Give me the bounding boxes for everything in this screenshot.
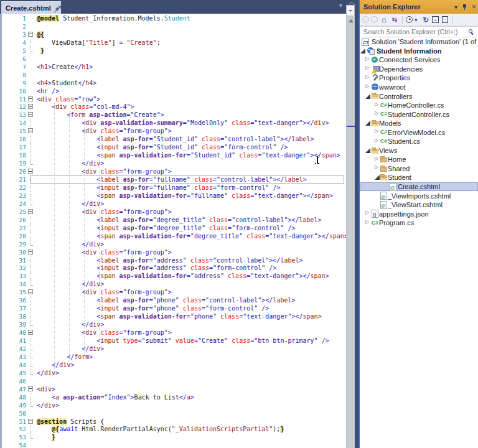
back-icon[interactable]	[362, 16, 369, 23]
code-line[interactable]: 1@model Student_Information.Models.Stude…	[0, 14, 346, 22]
search-icon[interactable]	[469, 29, 474, 35]
close-icon[interactable]	[472, 2, 477, 11]
code-line[interactable]: 12 <div class="col-md-4">	[0, 103, 346, 111]
code-line[interactable]: 54	[0, 441, 346, 448]
tree-row-student-cs[interactable]: Student.cs	[360, 137, 478, 146]
fold-collapse-icon[interactable]	[26, 208, 37, 216]
editor-scrollbar[interactable]	[346, 5, 355, 448]
fold-collapse-icon[interactable]	[26, 385, 37, 393]
tab-list-dropdown-icon[interactable]	[339, 2, 342, 9]
expander-open-icon[interactable]	[375, 175, 380, 180]
expander-closed-icon[interactable]	[365, 75, 371, 81]
collapse-all-icon[interactable]	[432, 16, 439, 23]
tree-row-errorviewmodel-cs[interactable]: ErrorViewModel.cs	[360, 128, 478, 137]
show-all-files-icon[interactable]	[442, 16, 448, 23]
expander-closed-icon[interactable]	[375, 111, 380, 117]
code-line[interactable]: 26 <label asp-for="degree_title" class="…	[0, 216, 346, 224]
fold-collapse-icon[interactable]	[26, 167, 37, 175]
expander-closed-icon[interactable]	[365, 57, 371, 63]
code-line[interactable]: 18 <span asp-validation-for="Student_id"…	[0, 151, 346, 159]
code-line[interactable]: 37 <input asp-for="phone" class="form-co…	[0, 304, 346, 312]
code-line[interactable]: 28 <span asp-validation-for="degree_titl…	[0, 232, 346, 240]
code-line[interactable]: 47<div>	[0, 385, 346, 393]
sync-with-active-document-icon[interactable]	[390, 16, 399, 24]
tree-row-solution-student-information-1-of-1-project[interactable]: Solution 'Student Information' (1 of 1 p…	[360, 37, 478, 47]
code-line[interactable]: 9<h4>Student</h4>	[0, 79, 346, 87]
code-line[interactable]: 53 }	[0, 433, 346, 441]
expander-closed-icon[interactable]	[375, 139, 380, 144]
code-line[interactable]: 10<hr />	[0, 87, 346, 95]
pending-changes-filter-icon[interactable]	[406, 16, 413, 23]
tree-row-properties[interactable]: Properties	[360, 73, 478, 83]
tree-row-create-cshtml[interactable]: Create.cshtml	[360, 182, 478, 192]
code-line[interactable]: 20 <div class="form-group">	[0, 167, 346, 175]
expander-closed-icon[interactable]	[375, 166, 380, 171]
pin-icon[interactable]	[462, 4, 467, 11]
code-line[interactable]: 4 ViewData["Title"] = "Create";	[0, 39, 346, 47]
tree-row-views[interactable]: Views	[360, 146, 478, 156]
code-line[interactable]: 17 <input asp-for="Student_id" class="fo…	[0, 143, 346, 151]
code-line[interactable]: 39 </div>	[0, 320, 346, 329]
expander-closed-icon[interactable]	[365, 85, 371, 90]
code-line[interactable]: 8	[0, 71, 346, 79]
code-line[interactable]: 2	[0, 22, 346, 30]
expander-closed-icon[interactable]	[365, 211, 371, 217]
code-line[interactable]: 7<h1>Create</h1>	[0, 63, 346, 71]
tree-row-studentcontroller-cs[interactable]: StudentController.cs	[360, 110, 478, 119]
fold-collapse-icon[interactable]	[26, 418, 37, 426]
code-line[interactable]: 14 <div asp-validation-summary="ModelOnl…	[0, 119, 346, 127]
fold-collapse-icon[interactable]	[26, 103, 37, 111]
code-line[interactable]: 49</div>	[0, 401, 346, 409]
home-icon[interactable]	[380, 16, 388, 24]
tree-row-dependencies[interactable]: Dependencies	[360, 65, 478, 74]
tree-row-homecontroller-cs[interactable]: HomeController.cs	[360, 101, 478, 110]
code-line[interactable]: 3@{	[0, 30, 346, 39]
code-line[interactable]: 11<div class="row">	[0, 95, 346, 103]
window-position-dropdown-icon[interactable]	[454, 4, 457, 11]
tree-row-home[interactable]: Home	[360, 155, 478, 164]
fold-collapse-icon[interactable]	[26, 329, 37, 337]
forward-icon[interactable]	[371, 16, 378, 23]
close-icon[interactable]	[57, 4, 59, 12]
code-line[interactable]: 24 </div>	[0, 200, 346, 208]
tree-row-viewstart-cshtml[interactable]: _ViewStart.cshtml	[360, 200, 478, 210]
tree-row-viewimports-cshtml[interactable]: _ViewImports.cshtml	[360, 191, 478, 200]
fold-collapse-icon[interactable]	[26, 95, 37, 103]
code-line[interactable]: 15 <div class="form-group">	[0, 127, 346, 135]
solution-explorer-search[interactable]: Search Solution Explorer (Ctrl+;)	[360, 26, 478, 37]
code-line[interactable]: 29 </div>	[0, 240, 346, 248]
code-editor[interactable]: 1@model Student_Information.Models.Stude…	[0, 14, 346, 448]
code-line[interactable]: 22 <input asp-for="fullname" class="form…	[0, 184, 346, 192]
code-line[interactable]: 44 </div>	[0, 361, 346, 369]
tree-row-program-cs[interactable]: Program.cs	[360, 218, 478, 228]
code-line[interactable]: 45</div>	[0, 369, 346, 377]
code-line[interactable]: 23 <span asp-validation-for="fullname" c…	[0, 192, 346, 200]
panel-splitter[interactable]	[355, 0, 360, 448]
expander-closed-icon[interactable]	[375, 129, 380, 135]
refresh-icon[interactable]	[421, 16, 430, 24]
code-line[interactable]: 5 }	[0, 47, 346, 55]
code-line[interactable]: 43 </form>	[0, 353, 346, 361]
expander-closed-icon[interactable]	[375, 103, 380, 108]
fold-collapse-icon[interactable]	[26, 127, 37, 135]
tree-row-controllers[interactable]: Controllers	[360, 91, 478, 101]
code-line[interactable]: 31 <label asp-for="address" class="contr…	[0, 256, 346, 264]
code-line[interactable]: 6	[0, 55, 346, 63]
scroll-up-icon[interactable]	[349, 19, 354, 22]
expander-closed-icon[interactable]	[375, 157, 380, 162]
search-input[interactable]: Search Solution Explorer (Ctrl+;)	[360, 28, 464, 35]
code-line[interactable]: 13 <form asp-action="Create">	[0, 111, 346, 119]
code-line[interactable]: 34 </div>	[0, 280, 346, 288]
tree-row-student-information[interactable]: Student Information	[360, 47, 478, 56]
tree-row-models[interactable]: Models	[360, 119, 478, 128]
code-line[interactable]: 51@section Scripts {	[0, 418, 346, 426]
code-line[interactable]: 33 <span asp-validation-for="address" cl…	[0, 272, 346, 280]
fold-collapse-icon[interactable]	[26, 248, 37, 256]
code-line[interactable]: 35 <div class="form-group">	[0, 288, 346, 296]
code-line[interactable]: 16 <label asp-for="Student_id" class="co…	[0, 135, 346, 143]
tree-row-appsettings-json[interactable]: appsettings.json	[360, 209, 478, 218]
solution-explorer-titlebar[interactable]: Solution Explorer	[360, 0, 478, 14]
dropdown-icon[interactable]	[415, 17, 419, 23]
expander-open-icon[interactable]	[365, 148, 370, 153]
expander-closed-icon[interactable]	[365, 66, 371, 72]
